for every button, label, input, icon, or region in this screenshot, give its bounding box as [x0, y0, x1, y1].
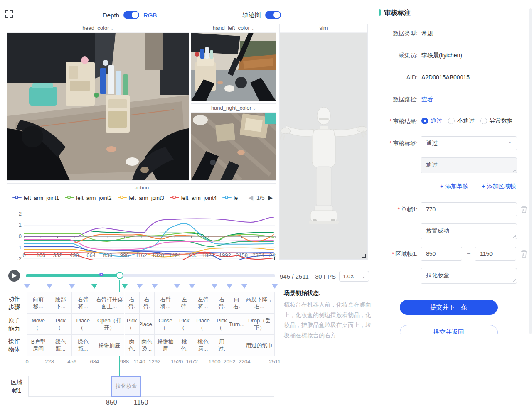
- frame-marker-icon[interactable]: [122, 284, 128, 289]
- region-end-input[interactable]: 1150: [475, 247, 516, 261]
- steps-table-cell[interactable]: Place..: [140, 314, 155, 334]
- region-left-handle[interactable]: [113, 383, 114, 392]
- steps-table-cell[interactable]: 右臂将...: [72, 292, 94, 314]
- steps-table-cell[interactable]: 绿色瓶...: [72, 334, 94, 356]
- depth-rgb-toggle[interactable]: [123, 11, 139, 19]
- frame-marker-icon[interactable]: [152, 284, 158, 289]
- frame-marker-icon[interactable]: [174, 284, 180, 289]
- play-button[interactable]: [8, 270, 20, 282]
- region-track[interactable]: [28, 376, 274, 397]
- steps-table-cell[interactable]: 用过的纸巾: [244, 334, 275, 356]
- steps-table-cell[interactable]: 腰部下...: [49, 292, 72, 314]
- single-frame-note[interactable]: 放置成功: [421, 223, 517, 239]
- steps-table-cell[interactable]: 右臂打开桌面上...: [94, 292, 124, 314]
- steps-table-cell[interactable]: 用过.: [214, 334, 229, 356]
- frame-marker-icon[interactable]: [91, 284, 97, 289]
- steps-table-cell[interactable]: Pick（...: [125, 314, 140, 334]
- steps-table-cell[interactable]: 肉色.: [125, 334, 140, 356]
- head-camera-header[interactable]: head_color⌄: [7, 24, 189, 33]
- steps-table-cell[interactable]: 右臂.: [140, 292, 155, 314]
- resize-grip-icon[interactable]: [512, 235, 516, 238]
- frame-marker-icon[interactable]: [212, 284, 217, 289]
- region-right-handle[interactable]: [138, 383, 139, 392]
- steps-table-cell[interactable]: 左臂将...: [192, 292, 214, 314]
- legend-next-icon[interactable]: ▶: [268, 194, 273, 201]
- data-path-link[interactable]: 查看: [421, 96, 433, 103]
- steps-table-cell[interactable]: 向前移...: [27, 292, 49, 314]
- steps-table-cell[interactable]: Pick（...: [177, 314, 192, 334]
- steps-table-cell[interactable]: 粉饼抽屉: [155, 334, 177, 356]
- sim-viewport[interactable]: [280, 33, 367, 259]
- steps-table-cell[interactable]: 右臂.: [214, 292, 229, 314]
- steps-table-cell[interactable]: 右臂将...: [155, 292, 177, 314]
- legend-item[interactable]: left_arm_joint4: [170, 195, 217, 201]
- resize-handle-icon[interactable]: [271, 256, 275, 260]
- frame-marker-icon[interactable]: [189, 284, 195, 289]
- resize-handle-icon[interactable]: [362, 254, 366, 258]
- legend-item[interactable]: left_arm_joint2: [65, 195, 111, 201]
- single-frame-input[interactable]: 770: [421, 202, 517, 216]
- frame-marker-icon[interactable]: [227, 284, 232, 289]
- review-result-radio[interactable]: 不通过: [448, 117, 475, 125]
- submit-back-button[interactable]: 提交并返回: [400, 325, 498, 334]
- steps-table-cell[interactable]: 左臂.: [177, 292, 192, 314]
- chevron-down-icon: ⌄: [251, 26, 254, 31]
- review-tag-note[interactable]: 通过: [421, 157, 517, 173]
- legend-item[interactable]: left_arm_joint1: [12, 195, 59, 201]
- legend-item[interactable]: le: [222, 195, 238, 201]
- fullscreen-icon[interactable]: [5, 10, 13, 18]
- frame-marker-icon[interactable]: [47, 284, 52, 289]
- frame-marker-icon[interactable]: [272, 284, 278, 289]
- frame-marker-icon[interactable]: [137, 284, 143, 289]
- region-highlight[interactable]: 拉化妆盒: [111, 376, 141, 397]
- steps-table-cell[interactable]: 粉饼抽屉: [94, 334, 124, 356]
- resize-grip-icon[interactable]: [512, 169, 516, 172]
- hand-left-camera-header[interactable]: hand_left_color⌄: [191, 24, 276, 33]
- steps-table-cell[interactable]: Move（...: [27, 314, 49, 334]
- frame-scale-tick: 0: [25, 358, 28, 365]
- chart-plot-area[interactable]: 210-1-2 01663324986648309961162132814941…: [7, 203, 276, 261]
- frame-marker-icon[interactable]: [241, 284, 247, 289]
- steps-table-cell[interactable]: 桃色.: [177, 334, 192, 356]
- steps-table-cell[interactable]: Place（...: [72, 314, 94, 334]
- legend-prev-icon[interactable]: ◀: [248, 194, 253, 201]
- frame-marker-icon[interactable]: [24, 284, 30, 289]
- radio-icon[interactable]: [480, 118, 487, 124]
- review-result-radio[interactable]: 异常数据: [480, 117, 513, 125]
- submit-next-button[interactable]: 提交并下一条: [400, 300, 498, 315]
- radio-icon[interactable]: [421, 118, 428, 124]
- steps-table-cell[interactable]: 绿色瓶...: [49, 334, 72, 356]
- speed-select[interactable]: 1.0X ⌄: [339, 271, 369, 282]
- steps-table-cell[interactable]: 肉色透...: [140, 334, 155, 356]
- steps-table-cell[interactable]: Pick（...: [214, 314, 229, 334]
- resize-grip-icon[interactable]: [512, 279, 516, 282]
- add-single-frame-button[interactable]: + 添加单帧: [440, 183, 468, 190]
- steps-table-cell[interactable]: Open（打开）: [94, 314, 124, 334]
- legend-item[interactable]: left_arm_joint3: [118, 195, 164, 201]
- region-frame-note[interactable]: 拉化妆盒: [421, 268, 517, 284]
- progress-handle[interactable]: [116, 272, 123, 279]
- review-result-radio[interactable]: 通过: [421, 117, 442, 125]
- delete-single-frame-icon[interactable]: [521, 206, 527, 213]
- steps-table-cell[interactable]: 桃色唇...: [192, 334, 214, 356]
- region-start-input[interactable]: 850: [421, 247, 462, 261]
- steps-table-cell[interactable]: Drop（丢下）: [244, 314, 275, 334]
- radio-icon[interactable]: [448, 118, 455, 124]
- hand-right-camera-header[interactable]: hand_right_color⌄: [191, 104, 276, 113]
- steps-table-cell[interactable]: Turn...: [229, 314, 244, 334]
- single-frame-dot-marker[interactable]: [99, 273, 103, 276]
- frame-marker-icon[interactable]: [69, 284, 75, 289]
- steps-table-cell[interactable]: B户型房间: [27, 334, 49, 356]
- steps-table-cell[interactable]: Close（...: [155, 314, 177, 334]
- steps-table-cell[interactable]: [229, 334, 244, 356]
- steps-table-cell[interactable]: 向右.: [229, 292, 244, 314]
- add-region-frame-button[interactable]: + 添加区域帧: [482, 183, 516, 190]
- scrollbar[interactable]: [529, 8, 532, 334]
- steps-table-cell[interactable]: 右臂.: [125, 292, 140, 314]
- trajectory-toggle[interactable]: [265, 11, 281, 19]
- steps-table-cell[interactable]: Place（...: [192, 314, 214, 334]
- delete-region-frame-icon[interactable]: [521, 250, 527, 258]
- steps-table-cell[interactable]: Pick（...: [49, 314, 72, 334]
- steps-table-cell[interactable]: 高度下降，右...: [244, 292, 275, 314]
- review-tag-select[interactable]: 通过 ⌄: [421, 136, 517, 150]
